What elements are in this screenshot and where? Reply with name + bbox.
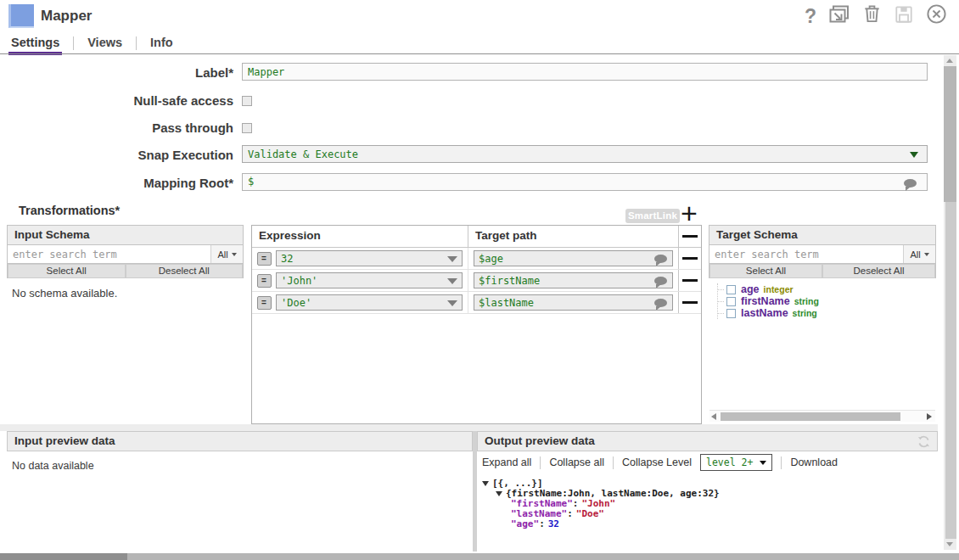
label-input[interactable]	[242, 63, 928, 81]
chevron-down-icon	[760, 461, 766, 465]
help-icon[interactable]: ?	[805, 4, 816, 28]
expression-bubble-icon[interactable]	[654, 299, 667, 307]
expression-bubble-icon[interactable]	[654, 277, 667, 285]
expression-input[interactable]: 'John'	[276, 272, 463, 288]
target-path-input[interactable]: $lastName	[474, 294, 673, 311]
suggest-dropdown-icon[interactable]	[447, 278, 457, 284]
tabs-underline	[0, 53, 959, 54]
output-json-tree: [{, ...}] {firstName:John, lastName:Doe,…	[477, 473, 938, 529]
download-link[interactable]: Download	[790, 456, 838, 468]
vscroll-thumb[interactable]	[944, 66, 956, 202]
input-deselect-all-button[interactable]: Deselect All	[126, 264, 244, 278]
hscroll-thumb[interactable]	[0, 553, 127, 560]
chevron-down-icon	[924, 253, 929, 256]
target-schema-buttons: Select All Deselect All	[709, 264, 936, 278]
null-safe-checkbox[interactable]	[242, 96, 252, 106]
scroll-down-icon[interactable]	[946, 542, 953, 546]
schema-item-firstName[interactable]: firstName string	[718, 295, 936, 307]
target-path-input[interactable]: $age	[474, 250, 673, 266]
scroll-right-icon[interactable]	[927, 413, 932, 420]
scroll-up-icon[interactable]	[946, 59, 953, 63]
header-actions: ?	[805, 3, 947, 28]
toolbar-separator	[781, 456, 782, 469]
target-schema-tree: age integer firstName string lastName st…	[717, 283, 936, 319]
schema-checkbox[interactable]	[726, 309, 736, 318]
refresh-icon[interactable]	[917, 435, 930, 454]
pass-through-checkbox[interactable]	[242, 123, 252, 133]
input-schema-search-row: All	[7, 245, 244, 264]
close-icon[interactable]	[926, 3, 947, 28]
expand-all-link[interactable]: Expand all	[482, 456, 531, 468]
remove-row-icon[interactable]	[682, 279, 698, 282]
expression-toggle-button[interactable]: =	[257, 252, 272, 266]
target-schema-title: Target Schema	[709, 225, 936, 245]
snap-execution-value: Validate & Execute	[248, 148, 358, 160]
target-schema-panel: Target Schema All Select All Deselect Al…	[709, 225, 936, 423]
input-schema-filter-dropdown[interactable]: All	[210, 245, 243, 263]
collapse-level-select[interactable]: level 2+	[700, 454, 772, 471]
remove-row-icon[interactable]	[682, 257, 698, 260]
page-title: Mapper	[41, 8, 92, 25]
input-schema-empty-message: No schema available.	[7, 278, 244, 308]
target-schema-search-row: All	[709, 245, 936, 264]
snap-execution-label: Snap Execution	[0, 148, 233, 162]
add-row-icon[interactable]: +	[681, 199, 698, 227]
json-field-line: "age":32	[511, 519, 938, 529]
mapping-root-label: Mapping Root*	[0, 176, 233, 190]
smartlink-button[interactable]: SmartLink	[625, 209, 680, 223]
expression-toggle-button[interactable]: =	[257, 274, 272, 288]
target-path-column-header: Target path	[468, 226, 678, 247]
collapse-node-icon[interactable]	[482, 481, 489, 486]
save-icon[interactable]	[895, 5, 913, 27]
delete-icon[interactable]	[862, 4, 882, 27]
snap-execution-select[interactable]: Validate & Execute	[242, 145, 928, 163]
schema-checkbox[interactable]	[726, 297, 736, 306]
input-select-all-button[interactable]: Select All	[8, 264, 126, 278]
suggest-dropdown-icon[interactable]	[447, 300, 457, 306]
expression-input[interactable]: 32	[276, 250, 463, 266]
output-preview-panel: Output preview data Expand all Collapse …	[477, 431, 938, 550]
json-object-line: {firstName:John, lastName:Doe, age:32}	[496, 489, 938, 499]
input-preview-title: Input preview data	[7, 431, 473, 451]
suggest-dropdown-icon[interactable]	[447, 256, 457, 262]
tab-views[interactable]: Views	[85, 36, 125, 52]
remove-row-icon[interactable]	[682, 301, 698, 304]
popout-icon[interactable]	[829, 5, 850, 27]
schema-item-lastName[interactable]: lastName string	[718, 307, 936, 319]
tab-separator	[73, 36, 74, 50]
input-schema-search-input[interactable]	[8, 245, 210, 263]
mapping-root-value: $	[248, 176, 254, 188]
schema-item-age[interactable]: age integer	[718, 283, 936, 295]
tree-connector	[718, 313, 724, 314]
hscroll-thumb[interactable]	[721, 412, 900, 421]
vscroll-track[interactable]	[945, 202, 956, 539]
remove-row-cell	[678, 226, 701, 247]
input-schema-panel: Input Schema All Select All Deselect All…	[7, 225, 244, 424]
target-schema-search-input[interactable]	[709, 245, 903, 263]
expression-toggle-button[interactable]: =	[257, 296, 272, 310]
tab-info[interactable]: Info	[148, 36, 176, 52]
target-select-all-button[interactable]: Select All	[709, 264, 822, 278]
tab-settings[interactable]: Settings	[8, 36, 62, 55]
collapse-node-icon[interactable]	[496, 491, 502, 496]
remove-row-icon[interactable]	[682, 235, 698, 238]
chevron-down-icon	[232, 253, 237, 256]
mapper-settings-dialog: Mapper ?	[0, 0, 959, 560]
label-field-label: Label*	[0, 65, 233, 80]
json-field-line: "lastName":"Doe"	[511, 509, 938, 519]
collapse-all-link[interactable]: Collapse all	[549, 456, 604, 468]
scroll-left-icon[interactable]	[711, 413, 716, 420]
target-path-input[interactable]: $firstName	[474, 272, 673, 288]
tab-separator	[136, 36, 137, 50]
schema-checkbox[interactable]	[726, 285, 736, 294]
toolbar-separator	[613, 456, 614, 469]
mapping-root-input[interactable]: $	[242, 173, 928, 191]
target-schema-filter-dropdown[interactable]: All	[903, 245, 935, 263]
expression-bubble-icon[interactable]	[904, 179, 917, 188]
input-schema-buttons: Select All Deselect All	[7, 264, 244, 278]
target-deselect-all-button[interactable]: Deselect All	[822, 264, 935, 278]
output-preview-toolbar: Expand all Collapse all Collapse Level l…	[477, 451, 938, 473]
expression-input[interactable]: 'Doe'	[276, 294, 463, 311]
expression-bubble-icon[interactable]	[654, 255, 667, 263]
tree-connector	[718, 301, 724, 302]
